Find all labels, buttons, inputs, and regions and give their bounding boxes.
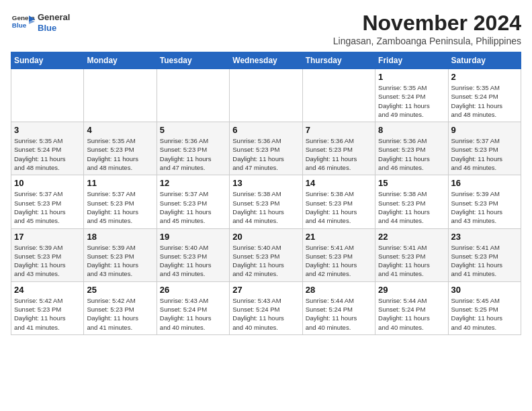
day-header-saturday: Saturday <box>448 52 521 69</box>
calendar-cell: 26Sunrise: 5:43 AMSunset: 5:24 PMDayligh… <box>157 281 229 334</box>
day-number: 23 <box>451 232 518 242</box>
day-number: 3 <box>14 125 81 135</box>
day-header-sunday: Sunday <box>11 52 84 69</box>
calendar-body: 1Sunrise: 5:35 AMSunset: 5:24 PMDaylight… <box>11 69 521 335</box>
calendar-cell: 13Sunrise: 5:38 AMSunset: 5:23 PMDayligh… <box>230 175 302 228</box>
day-number: 24 <box>14 285 81 295</box>
month-title: November 2024 <box>333 11 521 36</box>
day-info: Sunrise: 5:37 AMSunset: 5:23 PMDaylight:… <box>160 189 226 225</box>
day-number: 20 <box>232 232 299 242</box>
day-info: Sunrise: 5:37 AMSunset: 5:23 PMDaylight:… <box>14 189 81 225</box>
calendar-header-row: SundayMondayTuesdayWednesdayThursdayFrid… <box>11 52 521 69</box>
day-number: 2 <box>451 72 518 82</box>
calendar-cell: 30Sunrise: 5:45 AMSunset: 5:25 PMDayligh… <box>448 281 521 334</box>
calendar-cell: 14Sunrise: 5:38 AMSunset: 5:23 PMDayligh… <box>302 175 375 228</box>
day-info: Sunrise: 5:42 AMSunset: 5:23 PMDaylight:… <box>87 296 153 332</box>
day-info: Sunrise: 5:39 AMSunset: 5:23 PMDaylight:… <box>87 243 153 279</box>
calendar-cell: 7Sunrise: 5:36 AMSunset: 5:23 PMDaylight… <box>302 122 375 175</box>
day-info: Sunrise: 5:41 AMSunset: 5:23 PMDaylight:… <box>451 243 518 279</box>
day-number: 7 <box>306 125 372 135</box>
day-number: 8 <box>378 125 445 135</box>
calendar-cell: 28Sunrise: 5:44 AMSunset: 5:24 PMDayligh… <box>302 281 375 334</box>
day-number: 5 <box>160 125 226 135</box>
day-number: 28 <box>306 285 372 295</box>
day-header-thursday: Thursday <box>302 52 375 69</box>
calendar-cell: 10Sunrise: 5:37 AMSunset: 5:23 PMDayligh… <box>11 175 84 228</box>
calendar-cell <box>302 69 375 122</box>
calendar-cell: 21Sunrise: 5:41 AMSunset: 5:23 PMDayligh… <box>302 228 375 281</box>
day-info: Sunrise: 5:37 AMSunset: 5:23 PMDaylight:… <box>87 189 153 225</box>
day-number: 16 <box>451 178 518 188</box>
calendar-cell <box>84 69 157 122</box>
day-info: Sunrise: 5:35 AMSunset: 5:24 PMDaylight:… <box>378 83 445 119</box>
calendar-cell: 4Sunrise: 5:35 AMSunset: 5:23 PMDaylight… <box>84 122 157 175</box>
title-area: November 2024 Lingasan, Zamboanga Penins… <box>333 11 521 46</box>
calendar-cell: 25Sunrise: 5:42 AMSunset: 5:23 PMDayligh… <box>84 281 157 334</box>
day-number: 30 <box>451 285 518 295</box>
day-number: 11 <box>87 178 153 188</box>
day-number: 26 <box>160 285 226 295</box>
calendar-cell: 16Sunrise: 5:39 AMSunset: 5:23 PMDayligh… <box>448 175 521 228</box>
day-info: Sunrise: 5:36 AMSunset: 5:23 PMDaylight:… <box>378 136 445 172</box>
calendar-week-3: 10Sunrise: 5:37 AMSunset: 5:23 PMDayligh… <box>11 175 521 228</box>
calendar-cell <box>157 69 229 122</box>
day-header-tuesday: Tuesday <box>157 52 229 69</box>
day-number: 10 <box>14 178 81 188</box>
day-number: 19 <box>160 232 226 242</box>
day-info: Sunrise: 5:39 AMSunset: 5:23 PMDaylight:… <box>451 189 518 225</box>
day-number: 27 <box>232 285 299 295</box>
day-info: Sunrise: 5:35 AMSunset: 5:24 PMDaylight:… <box>451 83 518 119</box>
day-info: Sunrise: 5:35 AMSunset: 5:23 PMDaylight:… <box>87 136 153 172</box>
calendar-cell: 11Sunrise: 5:37 AMSunset: 5:23 PMDayligh… <box>84 175 157 228</box>
calendar-cell: 9Sunrise: 5:37 AMSunset: 5:23 PMDaylight… <box>448 122 521 175</box>
day-info: Sunrise: 5:38 AMSunset: 5:23 PMDaylight:… <box>232 189 299 225</box>
calendar-cell: 20Sunrise: 5:40 AMSunset: 5:23 PMDayligh… <box>230 228 302 281</box>
day-number: 6 <box>232 125 299 135</box>
day-info: Sunrise: 5:44 AMSunset: 5:24 PMDaylight:… <box>306 296 372 332</box>
day-info: Sunrise: 5:43 AMSunset: 5:24 PMDaylight:… <box>160 296 226 332</box>
logo-icon: General Blue <box>11 11 35 35</box>
day-info: Sunrise: 5:43 AMSunset: 5:24 PMDaylight:… <box>232 296 299 332</box>
day-number: 25 <box>87 285 153 295</box>
calendar-cell <box>11 69 84 122</box>
logo-text-blue: Blue <box>38 23 70 34</box>
day-info: Sunrise: 5:37 AMSunset: 5:23 PMDaylight:… <box>451 136 518 172</box>
day-info: Sunrise: 5:35 AMSunset: 5:24 PMDaylight:… <box>14 136 81 172</box>
day-number: 4 <box>87 125 153 135</box>
day-number: 17 <box>14 232 81 242</box>
calendar-cell: 12Sunrise: 5:37 AMSunset: 5:23 PMDayligh… <box>157 175 229 228</box>
svg-text:Blue: Blue <box>12 21 27 29</box>
page-header: General Blue General Blue November 2024 … <box>11 11 521 46</box>
day-number: 13 <box>232 178 299 188</box>
day-info: Sunrise: 5:41 AMSunset: 5:23 PMDaylight:… <box>378 243 445 279</box>
calendar-cell: 23Sunrise: 5:41 AMSunset: 5:23 PMDayligh… <box>448 228 521 281</box>
day-info: Sunrise: 5:44 AMSunset: 5:24 PMDaylight:… <box>378 296 445 332</box>
calendar-cell: 1Sunrise: 5:35 AMSunset: 5:24 PMDaylight… <box>375 69 448 122</box>
calendar-cell: 15Sunrise: 5:38 AMSunset: 5:23 PMDayligh… <box>375 175 448 228</box>
day-info: Sunrise: 5:40 AMSunset: 5:23 PMDaylight:… <box>232 243 299 279</box>
day-number: 18 <box>87 232 153 242</box>
day-info: Sunrise: 5:42 AMSunset: 5:23 PMDaylight:… <box>14 296 81 332</box>
calendar-cell: 3Sunrise: 5:35 AMSunset: 5:24 PMDaylight… <box>11 122 84 175</box>
day-number: 21 <box>306 232 372 242</box>
calendar-week-2: 3Sunrise: 5:35 AMSunset: 5:24 PMDaylight… <box>11 122 521 175</box>
day-info: Sunrise: 5:36 AMSunset: 5:23 PMDaylight:… <box>160 136 226 172</box>
day-number: 12 <box>160 178 226 188</box>
calendar-cell: 5Sunrise: 5:36 AMSunset: 5:23 PMDaylight… <box>157 122 229 175</box>
calendar-cell: 6Sunrise: 5:36 AMSunset: 5:23 PMDaylight… <box>230 122 302 175</box>
day-header-monday: Monday <box>84 52 157 69</box>
calendar-cell: 17Sunrise: 5:39 AMSunset: 5:23 PMDayligh… <box>11 228 84 281</box>
calendar-cell: 29Sunrise: 5:44 AMSunset: 5:24 PMDayligh… <box>375 281 448 334</box>
day-number: 22 <box>378 232 445 242</box>
day-number: 15 <box>378 178 445 188</box>
day-info: Sunrise: 5:38 AMSunset: 5:23 PMDaylight:… <box>378 189 445 225</box>
day-info: Sunrise: 5:39 AMSunset: 5:23 PMDaylight:… <box>14 243 81 279</box>
day-info: Sunrise: 5:36 AMSunset: 5:23 PMDaylight:… <box>232 136 299 172</box>
logo: General Blue General Blue <box>11 11 70 35</box>
day-number: 9 <box>451 125 518 135</box>
calendar-cell: 24Sunrise: 5:42 AMSunset: 5:23 PMDayligh… <box>11 281 84 334</box>
day-info: Sunrise: 5:38 AMSunset: 5:23 PMDaylight:… <box>306 189 372 225</box>
day-info: Sunrise: 5:45 AMSunset: 5:25 PMDaylight:… <box>451 296 518 332</box>
day-number: 29 <box>378 285 445 295</box>
day-info: Sunrise: 5:40 AMSunset: 5:23 PMDaylight:… <box>160 243 226 279</box>
